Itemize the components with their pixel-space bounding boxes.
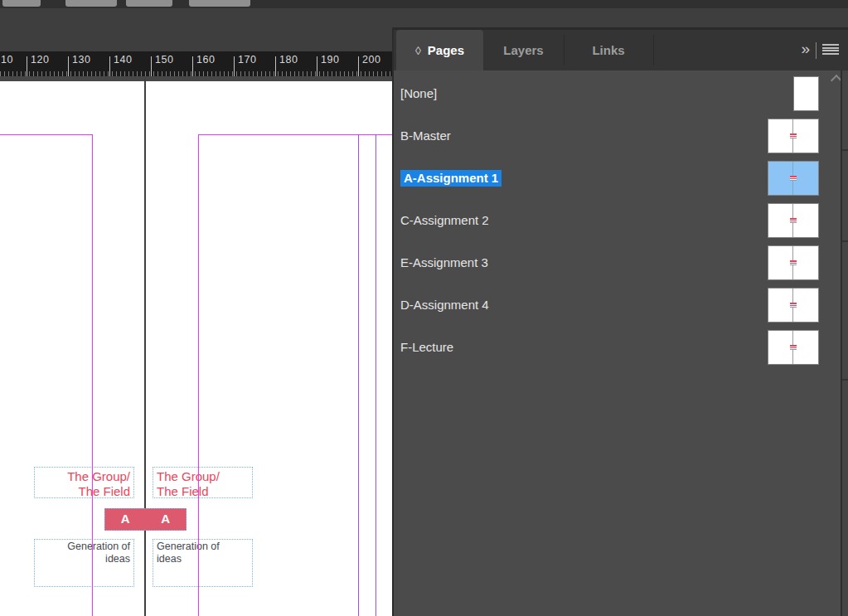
ruler-number: 200: [362, 54, 380, 65]
header-separator: [816, 42, 817, 59]
ruler-number: 120: [31, 54, 49, 65]
body-line: ideas: [157, 553, 252, 565]
page-list-item-a-assignment-1[interactable]: A-Assignment 1: [394, 157, 848, 199]
tab-pages[interactable]: ◊ Pages: [396, 30, 483, 70]
body-line: Generation of: [35, 541, 130, 553]
toolbar-control[interactable]: [2, 0, 41, 7]
thumbnail-content-mark: [790, 260, 797, 265]
page-list-item-b-master[interactable]: B-Master: [394, 114, 848, 157]
toolbar-control[interactable]: [126, 0, 172, 7]
thumbnail-content-mark: [790, 303, 797, 308]
master-prefix-marker: A: [105, 509, 146, 530]
section-marker-frame[interactable]: A A: [104, 508, 187, 531]
page-name: D-Assignment 4: [394, 298, 768, 312]
ruler-number: 140: [114, 54, 132, 65]
ruler-number: 170: [238, 54, 256, 65]
ruler-number: 130: [72, 54, 90, 65]
title-line: The Group/: [157, 469, 252, 484]
page-thumbnail[interactable]: [794, 77, 818, 110]
page-name: C-Assignment 2: [394, 213, 768, 227]
ruler-number: 180: [279, 54, 298, 65]
horizontal-ruler[interactable]: 10120130140150160170180190200: [0, 51, 392, 76]
page-name: B-Master: [394, 129, 768, 143]
spread-thumbnail[interactable]: [768, 204, 818, 237]
panel-tab-bar: ◊ Pages Layers Links »: [394, 30, 848, 70]
margin-guide-left-page: [92, 134, 93, 616]
ruler-major-tick: [234, 56, 235, 76]
ruler-major-tick: [151, 56, 152, 76]
thumbnail-content-mark: [790, 345, 797, 350]
tab-separator: [653, 35, 654, 65]
ruler-major-tick: [109, 56, 110, 76]
ruler-major-tick: [275, 56, 276, 76]
spread-thumbnail[interactable]: [768, 119, 818, 153]
ruler-major-tick: [27, 56, 27, 76]
body-text-frame-right[interactable]: Generation of ideas: [153, 539, 253, 587]
top-margin-guide-left-page: [0, 134, 92, 135]
page-name-selected: A-Assignment 1: [400, 170, 502, 187]
column-guide-2: [376, 134, 376, 616]
pages-panel: ◊ Pages Layers Links » [None] B-Master: [392, 27, 848, 616]
panel-collapse-icon[interactable]: ◊: [415, 44, 421, 57]
page-list-item-f-lecture[interactable]: F-Lecture: [394, 326, 848, 368]
spread-thumbnail[interactable]: [768, 246, 818, 279]
thumbnail-content-mark: [790, 176, 797, 181]
toolbar-strip: [0, 0, 848, 8]
dock-separator: [842, 379, 848, 381]
ruler-number: 150: [155, 54, 173, 65]
title-line: The Field: [157, 484, 252, 499]
toolbar-control[interactable]: [65, 0, 117, 7]
spread-thumbnail[interactable]: [768, 289, 818, 322]
ruler-major-tick: [192, 56, 193, 76]
page-list-item-e-assignment-3[interactable]: E-Assignment 3: [394, 241, 848, 284]
spread-thumbnail-selected[interactable]: [768, 162, 818, 195]
page-list-item-none[interactable]: [None]: [394, 72, 848, 114]
tab-label: Links: [592, 43, 624, 57]
master-prefix-marker: A: [146, 509, 187, 530]
top-margin-guide-right-page: [198, 134, 392, 135]
ruler-number: 160: [196, 54, 215, 65]
thumbnail-content-mark: [790, 133, 797, 138]
ruler-number: 10: [1, 54, 13, 65]
toolbar-control[interactable]: [189, 0, 250, 7]
panel-overflow-icon[interactable]: »: [801, 40, 808, 58]
title-text-frame-left[interactable]: The Group/ The Field: [34, 467, 134, 498]
ruler-major-tick: [317, 56, 317, 76]
body-line: Generation of: [157, 541, 252, 553]
tab-label: Layers: [503, 43, 543, 57]
tab-layers[interactable]: Layers: [483, 30, 564, 70]
page-list-item-d-assignment-4[interactable]: D-Assignment 4: [394, 284, 848, 326]
body-line: ideas: [35, 553, 130, 565]
page-name: E-Assignment 3: [394, 255, 768, 269]
tab-links[interactable]: Links: [564, 30, 653, 70]
spread-thumbnail[interactable]: [768, 331, 818, 364]
page-list-item-c-assignment-2[interactable]: C-Assignment 2: [394, 199, 848, 241]
document-canvas[interactable]: The Group/ The Field The Group/ The Fiel…: [0, 81, 392, 616]
dock-separator: [842, 149, 848, 151]
panel-menu-icon[interactable]: [822, 44, 839, 55]
body-text-frame-left[interactable]: Generation of ideas: [34, 539, 134, 587]
page-spine-line: [144, 81, 146, 616]
dock-separator: [842, 240, 848, 242]
ruler-major-tick: [68, 56, 69, 76]
title-line: The Group/: [35, 469, 130, 484]
page-name: [None]: [394, 86, 768, 100]
tab-label: Pages: [428, 43, 464, 57]
ruler-number: 190: [321, 54, 339, 65]
thumbnail-content-mark: [790, 218, 797, 223]
page-name: F-Lecture: [394, 340, 768, 354]
title-line: The Field: [35, 484, 130, 499]
indesign-workspace: 10120130140150160170180190200 The Group/…: [0, 0, 848, 616]
ruler-major-tick: [358, 56, 359, 76]
panel-dock-edge: [841, 70, 848, 616]
pages-list: [None] B-Master A-Assignment 1 C-Assignm…: [394, 70, 848, 616]
margin-guide-right-page: [198, 134, 199, 616]
title-text-frame-right[interactable]: The Group/ The Field: [153, 467, 253, 498]
column-guide-1: [358, 134, 359, 616]
